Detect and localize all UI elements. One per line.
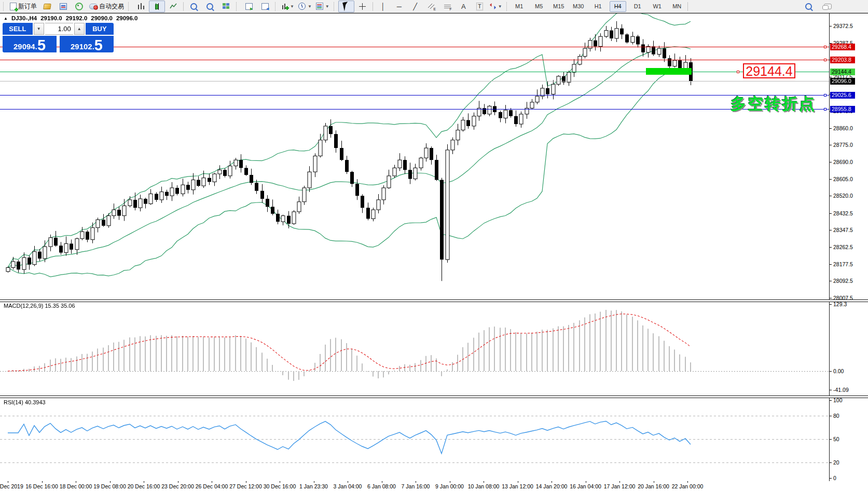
one-click-trading-panel: SELL ▼ ▲ BUY 29094.5 29102.5: [3, 23, 114, 52]
line-anchor-handle[interactable]: [824, 94, 826, 97]
chat-button[interactable]: [820, 1, 836, 12]
price-line-label: 28955.8: [830, 106, 855, 113]
gold-book-icon: [43, 4, 51, 9]
candlestick-chart-button[interactable]: [149, 1, 165, 12]
date-tick-mark: [552, 481, 552, 483]
buy-button[interactable]: BUY: [86, 23, 114, 35]
time-axis: 13 Dec 201916 Dec 16:0018 Dec 00:0019 De…: [0, 481, 868, 491]
line-anchor-handle[interactable]: [737, 71, 739, 73]
fibonacci-icon: F: [444, 4, 451, 9]
templates-button[interactable]: ▼: [314, 1, 332, 12]
fibonacci-tool-button[interactable]: F: [439, 1, 456, 12]
crosshair-icon: [359, 3, 366, 10]
price-tick-mark: [830, 281, 832, 281]
price-line-label: 29096.0: [830, 78, 855, 85]
toolbar-grip[interactable]: [334, 2, 336, 11]
timeframe-button-h4[interactable]: H4: [610, 1, 626, 12]
zoom-in-button[interactable]: [186, 1, 202, 12]
cursor-tool-button[interactable]: [338, 1, 354, 12]
price-line[interactable]: [0, 60, 829, 60]
buy-price[interactable]: 29102.5: [60, 36, 114, 52]
horizontal-line-icon: ─: [397, 3, 402, 10]
price-tick-label: 28690.0: [833, 159, 853, 165]
market-button[interactable]: [39, 1, 55, 12]
price-line[interactable]: [0, 95, 829, 96]
toolbar-grip[interactable]: [275, 2, 278, 11]
volume-decrease-button[interactable]: ▼: [34, 23, 44, 35]
auto-arrange-button[interactable]: [241, 1, 257, 12]
rsi-panel-canvas[interactable]: [0, 398, 829, 481]
sell-price[interactable]: 29094.5: [3, 36, 57, 52]
sell-button[interactable]: SELL: [3, 23, 33, 35]
crosshair-tool-button[interactable]: [354, 1, 370, 12]
text-tool-icon: A: [461, 3, 466, 10]
macd-panel-canvas[interactable]: [0, 302, 829, 395]
text-label-tool-button[interactable]: T: [472, 1, 488, 12]
price-callout-box[interactable]: 29144.4: [743, 63, 795, 78]
strategy-tester-button[interactable]: [55, 1, 71, 12]
price-line[interactable]: [0, 81, 829, 81]
indicators-button[interactable]: ▼: [280, 1, 296, 12]
highlight-bar-drawing[interactable]: [646, 68, 692, 75]
arrows-tool-button[interactable]: ▼: [488, 1, 504, 12]
volume-input[interactable]: [45, 23, 73, 35]
cascade-windows-button[interactable]: [257, 1, 273, 12]
line-anchor-handle[interactable]: [824, 46, 826, 48]
toolbar-grip[interactable]: [128, 2, 131, 11]
date-tick-mark: [144, 481, 144, 483]
price-tick-label: 28177.5: [833, 261, 853, 267]
timeframe-button-m15[interactable]: M15: [550, 1, 567, 12]
chinese-note-text[interactable]: 多空转折点: [731, 93, 816, 115]
price-tick-label: 28520.0: [833, 193, 853, 199]
vertical-line-tool-button[interactable]: │: [375, 1, 391, 12]
rsi-tick-label: 0: [833, 475, 836, 481]
line-chart-button[interactable]: [165, 1, 181, 12]
timeframe-button-w1[interactable]: W1: [649, 1, 666, 12]
collapse-arrow-icon[interactable]: ▲: [4, 16, 8, 21]
vertical-line-icon: │: [381, 3, 385, 10]
timeframe-group: M1M5M15M30H1H4D1W1MN: [511, 1, 685, 12]
mt-terminal-window: 新订单 自动交易 ▼ ▼ ▼ │ ─: [0, 0, 868, 491]
algo-trading-button[interactable]: 自动交易: [87, 1, 126, 12]
price-line[interactable]: [0, 72, 829, 72]
chart-ohlc-header: ▲ DJ30-,H4 29190.0 29192.0 29090.0 29096…: [4, 15, 137, 21]
timeframe-button-m5[interactable]: M5: [531, 1, 547, 12]
toolbar-grip[interactable]: [3, 2, 6, 11]
tile-windows-button[interactable]: [218, 1, 234, 12]
volume-increase-button[interactable]: ▲: [74, 23, 85, 35]
search-button[interactable]: [801, 1, 817, 12]
date-tick-mark: [416, 481, 416, 483]
line-anchor-handle[interactable]: [824, 108, 826, 111]
timeframe-button-h1[interactable]: H1: [590, 1, 607, 12]
price-line[interactable]: [0, 47, 829, 47]
trendline-icon: ╱: [413, 3, 417, 10]
price-tick-label: 28775.0: [833, 142, 853, 148]
timeframe-button-mn[interactable]: MN: [669, 1, 685, 12]
signals-button[interactable]: [71, 1, 87, 12]
main-chart-canvas[interactable]: [0, 13, 829, 299]
text-tool-button[interactable]: A: [456, 1, 472, 12]
date-tick-mark: [246, 481, 246, 483]
toolbar-separator: [687, 2, 688, 11]
clock-icon: [298, 3, 306, 10]
rsi-tick-mark: [830, 478, 832, 479]
date-tick-mark: [484, 481, 484, 483]
toolbar-grip[interactable]: [236, 2, 239, 11]
line-anchor-handle[interactable]: [824, 59, 826, 61]
date-tick-mark: [450, 481, 450, 483]
timeframe-button-d1[interactable]: D1: [629, 1, 646, 12]
toolbar-grip[interactable]: [506, 2, 509, 11]
zoom-out-button[interactable]: [202, 1, 218, 12]
price-tick-mark: [830, 145, 832, 145]
timeframe-button-m30[interactable]: M30: [570, 1, 587, 12]
bar-chart-button[interactable]: [133, 1, 149, 12]
channel-tool-button[interactable]: E: [423, 1, 439, 12]
date-tick-mark: [314, 481, 314, 483]
timeframe-button-m1[interactable]: M1: [511, 1, 528, 12]
new-order-button[interactable]: 新订单: [8, 1, 39, 12]
price-line[interactable]: [0, 109, 829, 110]
periods-button[interactable]: ▼: [296, 1, 314, 12]
chevron-down-icon: ▼: [325, 4, 329, 9]
trendline-tool-button[interactable]: ╱: [407, 1, 423, 12]
horizontal-line-tool-button[interactable]: ─: [391, 1, 407, 12]
